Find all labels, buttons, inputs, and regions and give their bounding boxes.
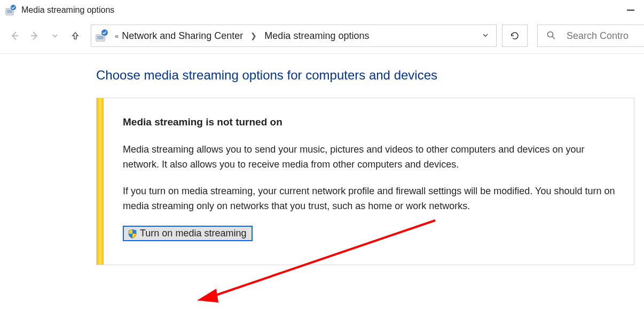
nav-up-button[interactable] bbox=[67, 28, 83, 44]
address-dropdown-button[interactable] bbox=[478, 31, 493, 40]
info-panel: Media streaming is not turned on Media s… bbox=[96, 98, 634, 265]
panel-body: Media streaming is not turned on Media s… bbox=[104, 98, 634, 265]
search-box[interactable] bbox=[537, 25, 644, 47]
nav-row: « Network and Sharing Center ❯ Media str… bbox=[0, 20, 644, 51]
svg-point-9 bbox=[548, 31, 553, 37]
warning-stripe bbox=[97, 98, 104, 265]
search-icon bbox=[546, 30, 556, 42]
svg-rect-7 bbox=[97, 36, 104, 39]
window-minimize-button[interactable] bbox=[622, 3, 640, 18]
svg-rect-1 bbox=[7, 10, 12, 13]
content-area: Choose media streaming options for compu… bbox=[0, 54, 644, 265]
window-title: Media streaming options bbox=[21, 5, 114, 15]
nav-back-button[interactable] bbox=[6, 28, 22, 44]
page-heading: Choose media streaming options for compu… bbox=[96, 68, 644, 83]
svg-point-2 bbox=[11, 5, 16, 10]
svg-rect-3 bbox=[627, 10, 634, 11]
nav-forward-button[interactable] bbox=[27, 28, 43, 44]
uac-shield-icon bbox=[127, 228, 138, 239]
location-icon bbox=[95, 28, 109, 43]
breadcrumb-overflow-icon[interactable]: « bbox=[115, 32, 119, 40]
panel-paragraph-1: Media streaming allows you to send your … bbox=[123, 142, 621, 172]
turn-on-media-streaming-button[interactable]: Turn on media streaming bbox=[123, 226, 253, 241]
address-bar[interactable]: « Network and Sharing Center ❯ Media str… bbox=[91, 25, 497, 47]
refresh-button[interactable] bbox=[502, 25, 528, 47]
panel-paragraph-2: If you turn on media streaming, your cur… bbox=[123, 184, 621, 214]
chevron-right-icon: ❯ bbox=[250, 31, 257, 40]
control-panel-icon bbox=[5, 4, 17, 16]
titlebar: Media streaming options bbox=[0, 0, 644, 20]
breadcrumb-current[interactable]: Media streaming options bbox=[264, 30, 369, 42]
svg-line-10 bbox=[553, 36, 555, 39]
breadcrumb-parent[interactable]: Network and Sharing Center bbox=[122, 30, 243, 42]
search-input[interactable] bbox=[566, 30, 644, 42]
turn-on-button-label: Turn on media streaming bbox=[140, 228, 246, 239]
nav-history-dropdown[interactable] bbox=[47, 28, 63, 44]
panel-subhead: Media streaming is not turned on bbox=[123, 114, 621, 130]
